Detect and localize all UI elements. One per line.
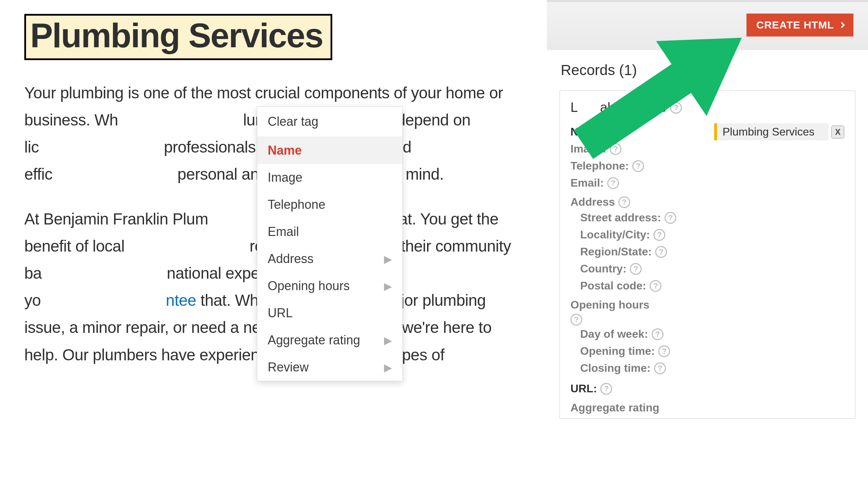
chevron-right-icon: ▶ <box>384 253 392 265</box>
menu-item-url[interactable]: URL <box>257 300 402 327</box>
field-country: Country:? <box>580 260 844 277</box>
remove-tag-button[interactable]: X <box>831 125 844 139</box>
menu-item-address[interactable]: Address▶ <box>257 245 402 272</box>
menu-item-name[interactable]: Name <box>257 137 402 164</box>
help-icon[interactable]: ? <box>653 229 665 241</box>
help-icon[interactable]: ? <box>608 126 620 138</box>
field-url: URL:? <box>570 380 844 397</box>
help-icon[interactable]: ? <box>650 280 661 292</box>
help-icon[interactable]: ? <box>607 177 619 189</box>
help-icon[interactable]: ? <box>630 263 642 275</box>
help-icon[interactable]: ? <box>654 362 666 374</box>
record-title: Local business ? <box>570 100 844 115</box>
records-heading: Records (1) <box>547 50 868 90</box>
sidebar-top-bar: CREATE HTML <box>547 0 868 50</box>
field-aggregate-rating: Aggregate rating <box>570 401 844 414</box>
field-street: Street address:? <box>580 209 844 226</box>
field-postal: Postal code:? <box>580 277 844 294</box>
menu-item-opening-hours[interactable]: Opening hours▶ <box>257 272 402 300</box>
record-card: Local business ? Name: ? Plumbing Servic… <box>559 90 856 419</box>
help-icon[interactable]: ? <box>658 345 670 357</box>
name-value-tag[interactable]: Plumbing Services <box>714 123 828 140</box>
help-icon[interactable]: ? <box>570 314 582 326</box>
menu-item-image[interactable]: Image <box>257 164 402 191</box>
field-opening-hours: Opening hours <box>570 298 844 311</box>
help-icon[interactable]: ? <box>600 383 612 395</box>
chevron-right-icon: ▶ <box>384 280 392 292</box>
field-telephone: Telephone:? <box>570 157 844 174</box>
guarantee-link[interactable]: ntee <box>166 291 197 309</box>
help-icon[interactable]: ? <box>632 160 644 172</box>
tag-context-menu: Clear tag Name Image Telephone Email Add… <box>257 106 403 381</box>
field-address: Address? <box>570 196 844 208</box>
field-opening-time: Opening time:? <box>580 343 844 360</box>
page-heading: Plumbing Services <box>30 18 323 54</box>
create-html-button[interactable]: CREATE HTML <box>746 14 853 36</box>
chevron-right-icon <box>839 21 846 29</box>
menu-item-review[interactable]: Review▶ <box>257 354 402 381</box>
menu-item-email[interactable]: Email <box>257 218 402 245</box>
field-email: Email:? <box>570 174 844 191</box>
help-icon[interactable]: ? <box>610 143 621 155</box>
schema-sidebar: CREATE HTML Records (1) Local business ?… <box>547 0 868 483</box>
chevron-right-icon: ▶ <box>384 361 392 374</box>
help-icon[interactable]: ? <box>665 212 676 224</box>
field-image: Image:? <box>570 140 844 157</box>
help-icon[interactable]: ? <box>670 102 682 114</box>
field-day-of-week: Day of week:? <box>580 326 844 343</box>
menu-item-telephone[interactable]: Telephone <box>257 191 402 218</box>
chevron-right-icon: ▶ <box>384 334 392 346</box>
menu-clear-tag[interactable]: Clear tag <box>257 107 402 137</box>
field-closing-time: Closing time:? <box>580 360 844 377</box>
field-locality: Locality/City:? <box>580 226 844 243</box>
content-area: Plumbing Services Your plumbing is one o… <box>0 0 547 483</box>
field-name-row: Name: ? Plumbing Services X <box>570 123 844 140</box>
tagged-heading[interactable]: Plumbing Services <box>24 14 332 60</box>
menu-item-aggregate-rating[interactable]: Aggregate rating▶ <box>257 327 402 354</box>
help-icon[interactable]: ? <box>652 328 663 340</box>
help-icon[interactable]: ? <box>655 246 667 258</box>
field-region: Region/State:? <box>580 243 844 260</box>
help-icon[interactable]: ? <box>618 196 630 208</box>
